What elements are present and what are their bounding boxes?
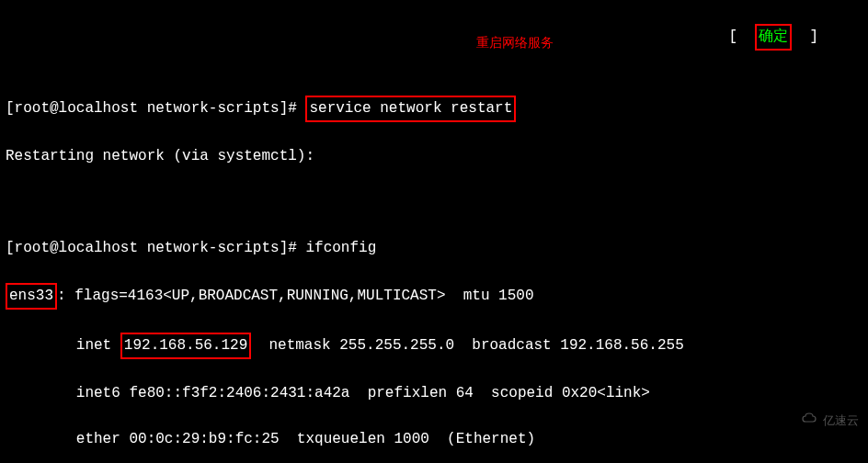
annotation-text: 重启网络服务 [476,31,554,54]
interface-name-ens33: ens33 [6,283,57,310]
watermark-text: 亿速云 [823,410,859,433]
command-text: ifconfig [305,240,376,256]
inet6-line: inet6 fe80::f3f2:2406:2431:a42a prefixle… [6,382,862,405]
inet-prefix: inet [6,337,120,354]
status-indicator: [ 确定 ] [728,24,818,51]
watermark: 亿速云 [772,387,859,456]
ether-line: ether 00:0c:29:b9:fc:25 txqueuelen 1000 … [6,428,862,451]
cloud-icon [772,387,819,456]
restart-message: Restarting network (via systemctl): [6,148,314,164]
shell-prompt: [root@localhost network-scripts]# [6,240,305,256]
status-ok-text: 确定 [755,24,792,51]
inet-line: inet 192.168.56.129 netmask 255.255.255.… [6,333,862,359]
terminal-line: Restarting network (via systemctl): [6,145,862,168]
interface-header: ens33: flags=4163<UP,BROADCAST,RUNNING,M… [6,283,862,310]
shell-prompt: [root@localhost network-scripts]# [6,100,305,117]
terminal-line: [root@localhost network-scripts]# servic… [6,96,862,122]
inet-suffix: netmask 255.255.255.0 broadcast 192.168.… [251,337,683,354]
terminal-line: [root@localhost network-scripts]# ifconf… [6,237,862,260]
interface-flags: : flags=4163<UP,BROADCAST,RUNNING,MULTIC… [57,288,533,304]
ip-address-ens33: 192.168.56.129 [120,333,251,359]
command-highlight: service network restart [305,96,516,122]
